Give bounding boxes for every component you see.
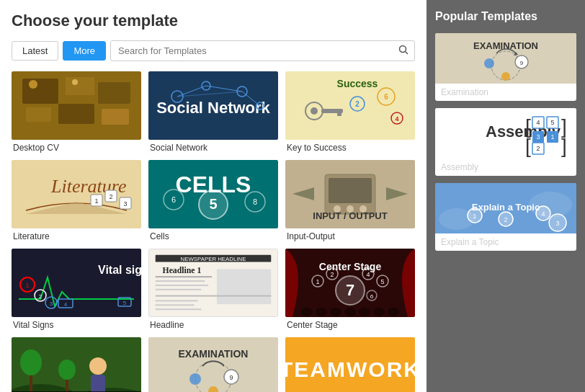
- search-wrapper: [110, 40, 415, 61]
- svg-text:4: 4: [536, 119, 540, 126]
- svg-rect-76: [156, 285, 208, 286]
- svg-text:NEWSPAPER HEADLINE: NEWSPAPER HEADLINE: [181, 256, 246, 262]
- svg-text:1: 1: [473, 213, 476, 220]
- svg-text:5: 5: [380, 278, 384, 285]
- template-item-social-network[interactable]: Social Network Social Network: [148, 71, 278, 153]
- svg-text:5: 5: [123, 300, 127, 306]
- svg-point-108: [20, 349, 42, 375]
- search-input[interactable]: [111, 42, 393, 60]
- svg-rect-77: [156, 289, 202, 290]
- template-item-literature[interactable]: Literature 1 2 3 Literature: [12, 160, 141, 241]
- main-content: Choose your template Latest More: [0, 0, 427, 392]
- svg-point-99: [330, 308, 341, 316]
- template-item-center-stage[interactable]: Center Stage 7 1 2 4 5 6: [285, 249, 415, 330]
- svg-text:4: 4: [541, 210, 545, 218]
- template-thumb-input-output: INPUT / OUTPUT: [285, 160, 415, 228]
- svg-point-102: [373, 308, 385, 316]
- template-thumb-desktop-cv: [12, 71, 141, 140]
- svg-text:1: 1: [550, 133, 554, 141]
- svg-text:2: 2: [109, 193, 112, 200]
- svg-text:1: 1: [316, 278, 319, 285]
- template-item-examination[interactable]: EXAMINATION 9 Examination: [148, 337, 278, 392]
- svg-text:Vital signs: Vital signs: [98, 264, 141, 276]
- svg-text:2: 2: [504, 216, 507, 223]
- template-item-vital-signs[interactable]: Vital signs 1 2 3 4 5 Vital Signs: [12, 249, 141, 330]
- template-label-center-stage: Center Stage: [285, 320, 415, 330]
- svg-rect-79: [156, 295, 272, 297]
- svg-text:TEAMWORK: TEAMWORK: [285, 357, 415, 381]
- svg-text:4: 4: [64, 301, 68, 308]
- svg-rect-51: [329, 178, 372, 203]
- svg-point-9: [29, 80, 37, 89]
- svg-point-98: [316, 308, 327, 316]
- template-thumb-teamwork: TEAMWORK: [285, 337, 415, 392]
- template-item-key-success[interactable]: Success 2 6 4 Key to Success: [285, 71, 415, 153]
- template-label-headline: Headline: [148, 320, 278, 330]
- popular-thumb-examination: EXAMINATION 9: [435, 33, 576, 84]
- svg-text:4: 4: [395, 115, 398, 122]
- svg-point-125: [484, 58, 494, 68]
- svg-point-116: [189, 373, 201, 385]
- sidebar-title: Popular Templates: [435, 10, 576, 23]
- svg-text:EXAMINATION: EXAMINATION: [473, 40, 538, 51]
- svg-rect-7: [58, 104, 94, 124]
- template-thumb-vital-signs: Vital signs 1 2 3 4 5: [12, 249, 141, 317]
- svg-point-0: [400, 46, 406, 53]
- popular-item-assembly[interactable]: Assembly [ ] 4 5 3 1 [ ] 2 Assembly: [435, 108, 576, 176]
- svg-text:3: 3: [536, 133, 540, 141]
- template-item-teamwork[interactable]: TEAMWORK Teamwork: [285, 337, 415, 392]
- template-label-desktop-cv: Desktop CV: [12, 143, 141, 153]
- svg-rect-113: [148, 337, 278, 392]
- page-title: Choose your template: [12, 12, 415, 30]
- svg-text:Headline 1: Headline 1: [163, 266, 202, 275]
- svg-text:7: 7: [346, 281, 354, 299]
- svg-point-100: [344, 308, 356, 316]
- template-item-my-profile[interactable]: My Profile My Profile: [12, 337, 141, 392]
- svg-rect-8: [102, 109, 129, 125]
- search-icon: [398, 45, 408, 55]
- svg-text:3: 3: [555, 220, 559, 227]
- svg-text:5: 5: [209, 196, 217, 212]
- svg-text:9: 9: [229, 374, 233, 381]
- template-label-vital-signs: Vital Signs: [12, 320, 141, 330]
- template-label-input-output: Input-Output: [285, 231, 415, 241]
- template-item-headline[interactable]: NEWSPAPER HEADLINE Headline 1 Headline: [148, 249, 278, 330]
- svg-point-110: [58, 360, 76, 380]
- svg-text:6: 6: [384, 93, 388, 101]
- popular-item-explain-topic[interactable]: Explain a Topic 1 2 4 3 Explain a Topic: [435, 183, 576, 251]
- template-thumb-key-success: Success 2 6 4: [285, 71, 415, 140]
- popular-thumb-assembly: Assembly [ ] 4 5 3 1 [ ] 2: [435, 108, 576, 159]
- svg-text:Explain a Topic: Explain a Topic: [472, 202, 540, 213]
- svg-text:9: 9: [520, 60, 524, 66]
- svg-text:[: [: [525, 135, 531, 157]
- svg-point-24: [311, 107, 318, 115]
- svg-point-101: [359, 308, 370, 316]
- search-button[interactable]: [393, 41, 414, 61]
- more-button[interactable]: More: [63, 41, 106, 61]
- template-label-cells: Cells: [148, 231, 278, 241]
- latest-button[interactable]: Latest: [12, 41, 58, 61]
- template-item-cells[interactable]: CELLS 6 5 8 Cells: [148, 160, 278, 241]
- template-thumb-my-profile: My Profile: [12, 337, 141, 392]
- template-item-input-output[interactable]: INPUT / OUTPUT Input-Output: [285, 160, 415, 241]
- svg-text:2: 2: [355, 100, 360, 108]
- popular-label-examination: Examination: [435, 84, 576, 101]
- svg-text:2: 2: [536, 145, 540, 152]
- template-thumb-literature: Literature 1 2 3: [12, 160, 141, 228]
- svg-text:6: 6: [171, 195, 176, 204]
- template-thumb-social-network: Social Network: [148, 71, 278, 140]
- template-label-social-network: Social Network: [148, 143, 278, 153]
- template-grid: Desktop CV Social Network Social Netw: [12, 71, 415, 392]
- svg-rect-75: [156, 280, 205, 282]
- template-thumb-cells: CELLS 6 5 8: [148, 160, 278, 228]
- svg-point-97: [301, 308, 313, 316]
- svg-text:1: 1: [25, 282, 29, 289]
- popular-label-assembly: Assembly: [435, 159, 576, 176]
- svg-rect-4: [66, 77, 94, 95]
- popular-item-examination[interactable]: EXAMINATION 9 Examination: [435, 33, 576, 101]
- svg-line-1: [406, 52, 408, 55]
- popular-thumb-explain-topic: Explain a Topic 1 2 4 3: [435, 183, 576, 233]
- template-item-desktop-cv[interactable]: Desktop CV: [12, 71, 141, 153]
- svg-rect-6: [26, 107, 51, 122]
- svg-text:6: 6: [370, 293, 374, 300]
